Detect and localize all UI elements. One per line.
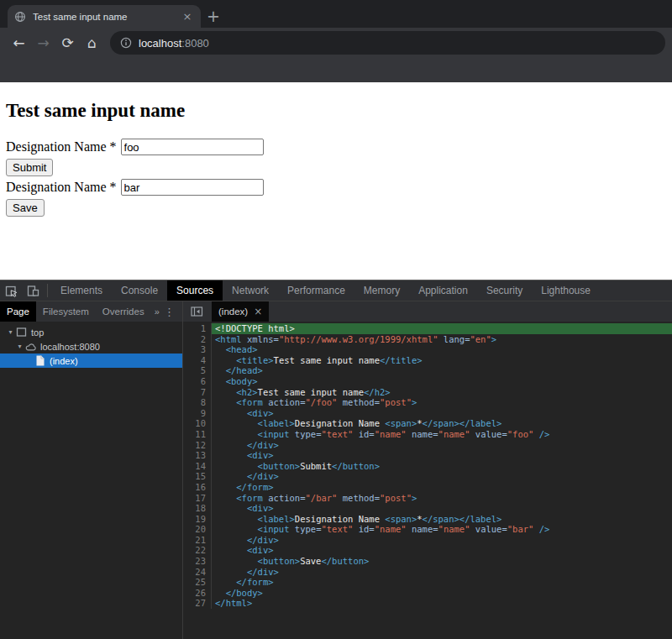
new-tab-button[interactable]: + (201, 5, 226, 28)
line-number[interactable]: 22 (183, 545, 212, 556)
line-number[interactable]: 4 (183, 355, 212, 366)
editor-tab-close-icon[interactable]: × (254, 306, 262, 317)
navigator-tab-filesystem[interactable]: Filesystem (36, 301, 96, 322)
code-text[interactable]: <button>Save</button> (212, 556, 672, 567)
code-text[interactable]: </form> (212, 482, 672, 493)
code-line-2: 2<html xmlns="http://www.w3.org/1999/xht… (183, 334, 672, 345)
devtools-tab-memory[interactable]: Memory (354, 280, 409, 301)
devtools-tab-network[interactable]: Network (223, 280, 278, 301)
code-text[interactable]: <form action="/bar" method="post"> (212, 493, 672, 504)
line-number[interactable]: 2 (183, 334, 212, 345)
source-editor[interactable]: 1<!DOCTYPE html>2<html xmlns="http://www… (183, 322, 672, 639)
code-text[interactable]: <title>Test same input name</title> (212, 355, 672, 366)
frame-icon (15, 327, 28, 338)
line-number[interactable]: 5 (183, 365, 212, 376)
code-text[interactable]: <body> (212, 376, 672, 387)
devtools-tab-sources[interactable]: Sources (167, 280, 223, 301)
device-toolbar-icon[interactable] (22, 280, 44, 301)
save-button[interactable]: Save (6, 199, 45, 217)
code-text[interactable]: <button>Submit</button> (212, 461, 672, 472)
line-number[interactable]: 27 (183, 598, 212, 609)
line-number[interactable]: 8 (183, 397, 212, 408)
address-bar[interactable]: localhost:8080 (110, 31, 665, 55)
code-text[interactable]: <label>Designation Name <span>*</span></… (212, 418, 672, 429)
line-number[interactable]: 17 (183, 493, 212, 504)
back-button[interactable]: ← (7, 31, 31, 55)
tree-item--index-[interactable]: (index) (0, 354, 182, 368)
devtools-tab-application[interactable]: Application (409, 280, 477, 301)
line-number[interactable]: 11 (183, 429, 212, 440)
line-number[interactable]: 12 (183, 440, 212, 451)
line-number[interactable]: 13 (183, 450, 212, 461)
devtools-tab-security[interactable]: Security (477, 280, 532, 301)
tab-close-icon[interactable]: × (181, 10, 194, 23)
devtools-panel: ElementsConsoleSourcesNetworkPerformance… (0, 280, 672, 639)
line-number[interactable]: 9 (183, 408, 212, 419)
designation-label-1: Designation Name * (6, 139, 117, 155)
tree-item-localhost-8080[interactable]: ▾localhost:8080 (0, 339, 182, 354)
code-text[interactable]: <h2>Test same input name</h2> (212, 387, 672, 398)
home-button[interactable]: ⌂ (80, 31, 104, 55)
code-text[interactable]: </div> (212, 567, 672, 578)
info-icon[interactable] (120, 37, 132, 49)
designation-input-1[interactable] (121, 139, 264, 155)
expand-arrow-icon[interactable]: ▾ (15, 343, 24, 350)
reload-button[interactable]: ⟳ (55, 31, 80, 55)
line-number[interactable]: 24 (183, 567, 212, 578)
line-number[interactable]: 1 (183, 323, 212, 334)
code-line-18: 18 <div> (183, 503, 672, 514)
code-text[interactable]: <form action="/foo" method="post"> (212, 397, 672, 408)
inspect-element-icon[interactable] (0, 280, 22, 301)
code-text[interactable]: <!DOCTYPE html> (212, 323, 672, 334)
navigator-tab-page[interactable]: Page (0, 301, 36, 322)
code-text[interactable]: </div> (212, 535, 672, 546)
code-line-7: 7 <h2>Test same input name</h2> (183, 387, 672, 398)
code-text[interactable]: </head> (212, 365, 672, 376)
line-number[interactable]: 15 (183, 471, 212, 482)
line-number[interactable]: 6 (183, 376, 212, 387)
code-text[interactable]: <label>Designation Name <span>*</span></… (212, 514, 672, 525)
submit-button[interactable]: Submit (6, 159, 53, 176)
line-number[interactable]: 26 (183, 588, 212, 599)
line-number[interactable]: 20 (183, 524, 212, 535)
code-text[interactable]: <div> (212, 503, 672, 514)
line-number[interactable]: 18 (183, 503, 212, 514)
code-text[interactable]: </div> (212, 440, 672, 451)
code-text[interactable]: <div> (212, 408, 672, 419)
code-text[interactable]: </div> (212, 471, 672, 482)
devtools-tab-console[interactable]: Console (112, 280, 167, 301)
line-number[interactable]: 23 (183, 556, 212, 567)
code-text[interactable]: </form> (212, 577, 672, 588)
navigator-tab-overrides[interactable]: Overrides (96, 301, 151, 322)
browser-tab[interactable]: Test same input name × (8, 5, 201, 28)
more-options-icon[interactable]: ⋮ (164, 306, 175, 318)
line-number[interactable]: 14 (183, 461, 212, 472)
line-number[interactable]: 19 (183, 514, 212, 525)
line-number[interactable]: 3 (183, 344, 212, 355)
more-tabs-icon[interactable]: » (151, 306, 163, 317)
line-number[interactable]: 10 (183, 418, 212, 429)
hide-navigator-icon[interactable] (186, 301, 207, 322)
code-text[interactable]: <input type="text" id="name" name="name"… (212, 429, 672, 440)
tree-item-top[interactable]: ▾top (0, 325, 182, 339)
forward-button[interactable]: → (31, 31, 55, 55)
editor-tab-index[interactable]: (index) × (212, 301, 269, 322)
code-text[interactable]: <head> (212, 344, 672, 355)
code-text[interactable]: <html xmlns="http://www.w3.org/1999/xhtm… (212, 334, 672, 345)
code-line-22: 22 <div> (183, 545, 672, 556)
designation-input-2[interactable] (121, 179, 264, 196)
code-text[interactable]: </html> (212, 598, 672, 609)
code-line-3: 3 <head> (183, 344, 672, 355)
devtools-tab-elements[interactable]: Elements (51, 280, 112, 301)
expand-arrow-icon[interactable]: ▾ (6, 328, 15, 336)
line-number[interactable]: 21 (183, 535, 212, 546)
code-text[interactable]: <input type="text" id="name" name="name"… (212, 524, 672, 535)
devtools-tab-performance[interactable]: Performance (278, 280, 354, 301)
line-number[interactable]: 25 (183, 577, 212, 588)
devtools-tab-lighthouse[interactable]: Lighthouse (532, 280, 600, 301)
code-text[interactable]: </body> (212, 588, 672, 599)
code-text[interactable]: <div> (212, 545, 672, 556)
line-number[interactable]: 7 (183, 387, 212, 398)
code-text[interactable]: <div> (212, 450, 672, 461)
line-number[interactable]: 16 (183, 482, 212, 493)
